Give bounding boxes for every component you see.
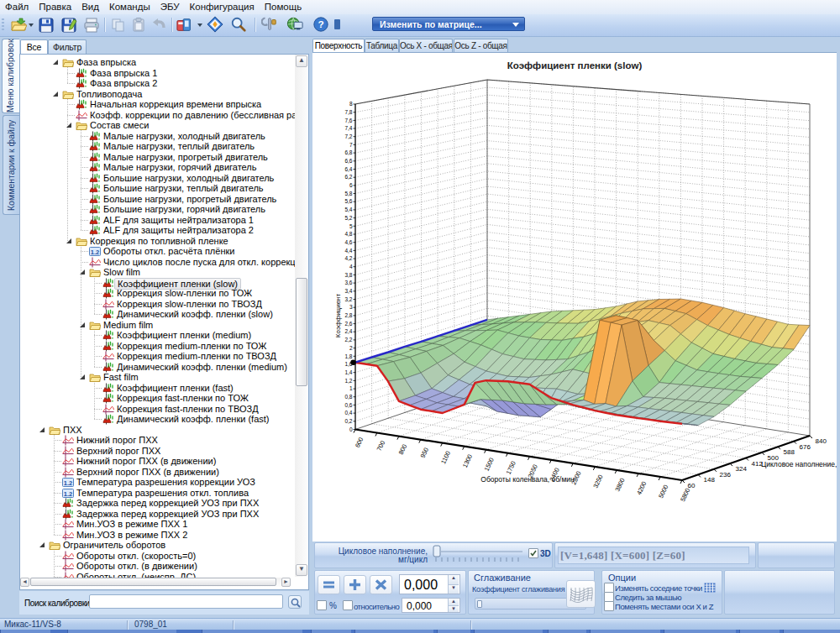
svg-text:6,4: 6,4 [344, 166, 352, 172]
svg-text:1.2: 1.2 [91, 248, 99, 256]
svg-text:5,6: 5,6 [344, 198, 352, 204]
svg-text:3: 3 [349, 304, 353, 310]
svg-text:2,8: 2,8 [344, 312, 352, 318]
svg-text:5,8: 5,8 [344, 191, 352, 196]
svg-text:0,8: 0,8 [344, 394, 352, 400]
svg-text:4,6: 4,6 [344, 239, 352, 245]
svg-text:1,4: 1,4 [344, 369, 352, 375]
svg-text:236: 236 [720, 471, 732, 479]
svg-text:4,8: 4,8 [344, 231, 352, 237]
svg-text:5,2: 5,2 [344, 215, 352, 221]
svg-text:6,6: 6,6 [344, 158, 352, 164]
svg-text:2,6: 2,6 [344, 321, 352, 327]
svg-text:Коэффициент: Коэффициент [334, 293, 342, 337]
svg-text:7,6: 7,6 [344, 118, 352, 123]
svg-text:2,4: 2,4 [344, 328, 352, 334]
svg-text:2,2: 2,2 [344, 337, 352, 343]
svg-text:0: 0 [349, 426, 353, 432]
svg-text:4,2: 4,2 [344, 255, 352, 261]
svg-text:?: ? [318, 18, 323, 30]
svg-text:7,4: 7,4 [344, 125, 352, 131]
svg-text:3,8: 3,8 [344, 272, 352, 278]
svg-text:6,8: 6,8 [344, 149, 352, 155]
svg-text:0,2: 0,2 [344, 418, 352, 424]
svg-text:5,4: 5,4 [344, 207, 352, 212]
svg-text:7,8: 7,8 [344, 109, 352, 115]
svg-text:1,2: 1,2 [344, 378, 352, 384]
svg-text:5: 5 [349, 223, 353, 229]
svg-text:324: 324 [736, 465, 748, 473]
svg-text:6,2: 6,2 [344, 174, 352, 180]
svg-text:840: 840 [816, 437, 827, 445]
svg-text:6: 6 [349, 182, 353, 188]
svg-text:1: 1 [349, 385, 353, 391]
svg-text:0,6: 0,6 [344, 402, 352, 408]
svg-text:1.2: 1.2 [64, 489, 72, 497]
svg-text:7,2: 7,2 [344, 133, 352, 139]
svg-text:676: 676 [800, 443, 811, 451]
svg-text:8: 8 [349, 101, 353, 107]
svg-text:3,2: 3,2 [344, 296, 352, 302]
svg-text:3,4: 3,4 [344, 288, 352, 294]
svg-text:60: 60 [688, 482, 696, 489]
svg-text:0,4: 0,4 [344, 410, 352, 416]
svg-text:3,6: 3,6 [344, 280, 352, 285]
svg-text:1.2: 1.2 [64, 479, 72, 487]
svg-text:4: 4 [349, 264, 353, 269]
svg-text:Цикловое наполнение,: Цикловое наполнение, [761, 460, 837, 468]
svg-text:4,4: 4,4 [344, 248, 352, 254]
svg-text:Коэффициент пленки (slow): Коэффициент пленки (slow) [507, 60, 643, 71]
svg-text:7: 7 [349, 142, 353, 148]
svg-text:148: 148 [704, 476, 716, 484]
svg-text:588: 588 [784, 448, 795, 456]
svg-text:2: 2 [349, 345, 353, 351]
svg-text:Обороты коленвала, об/мин: Обороты коленвала, об/мин [480, 475, 575, 484]
svg-text:1,8: 1,8 [344, 353, 352, 359]
